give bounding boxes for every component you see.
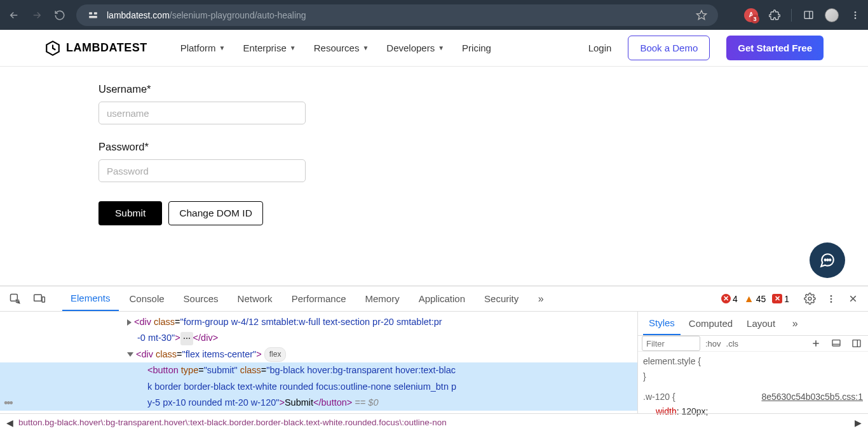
browser-toolbar: lambdatest.com/selenium-playground/auto-… <box>0 0 868 30</box>
profile-avatar[interactable] <box>825 8 839 22</box>
svg-point-14 <box>808 297 811 300</box>
styles-panel: Styles Computed Layout » :hov .cls eleme… <box>637 312 868 413</box>
tab-security[interactable]: Security <box>476 287 527 310</box>
svg-rect-1 <box>93 12 97 15</box>
chevron-down-icon: ▼ <box>438 44 444 51</box>
svg-point-15 <box>831 295 832 297</box>
password-group: Password* <box>98 141 770 182</box>
address-bar[interactable]: lambdatest.com/selenium-playground/auto-… <box>76 4 718 26</box>
computed-sidebar-icon[interactable] <box>829 336 844 351</box>
toggle-sidebar-icon[interactable] <box>849 336 864 351</box>
svg-point-7 <box>855 17 857 19</box>
close-devtools-icon[interactable] <box>845 291 860 307</box>
change-dom-id-button[interactable]: Change DOM ID <box>168 201 263 225</box>
svg-point-16 <box>831 298 832 300</box>
tab-elements[interactable]: Elements <box>62 286 119 311</box>
elements-tree[interactable]: ••• <div class="form-group w-4/12 smtabl… <box>0 312 637 413</box>
bookmark-star-icon[interactable] <box>694 8 709 23</box>
ellipsis-icon: ••• <box>4 397 12 410</box>
hov-toggle[interactable]: :hov <box>705 339 721 348</box>
main-content: Username* Password* Submit Change DOM ID <box>0 67 868 286</box>
ellipsis-icon[interactable]: ⋯ <box>180 332 193 345</box>
svg-point-6 <box>855 14 857 16</box>
scroll-right-icon[interactable]: ▶ <box>855 418 862 428</box>
filter-input[interactable] <box>642 336 700 351</box>
svg-point-5 <box>855 11 857 13</box>
device-icon[interactable] <box>32 291 47 307</box>
username-group: Username* <box>98 83 770 124</box>
settings-icon[interactable] <box>802 291 817 307</box>
book-demo-button[interactable]: Book a Demo <box>628 36 710 60</box>
forward-button[interactable] <box>28 6 46 24</box>
scroll-left-icon[interactable]: ◀ <box>6 418 13 428</box>
username-input[interactable] <box>98 102 306 124</box>
more-side-tabs-icon[interactable]: » <box>787 316 803 331</box>
nav-enterprise[interactable]: Enterprise▼ <box>243 43 295 53</box>
get-started-button[interactable]: Get Started Free <box>726 36 824 60</box>
login-link[interactable]: Login <box>588 43 612 53</box>
more-icon[interactable] <box>824 291 839 307</box>
chevron-down-icon: ▼ <box>219 44 226 51</box>
svg-point-9 <box>827 259 828 260</box>
panel-icon[interactable] <box>801 8 816 23</box>
issue-count[interactable]: ✕1 <box>772 294 789 304</box>
tab-layout[interactable]: Layout <box>741 312 781 335</box>
new-rule-icon[interactable] <box>808 336 824 351</box>
warning-count[interactable]: ▲45 <box>744 293 766 305</box>
extension-badge[interactable]: A3 <box>744 8 758 22</box>
chat-widget[interactable] <box>810 242 845 278</box>
more-tabs-icon[interactable]: » <box>533 291 548 307</box>
svg-rect-2 <box>89 16 97 18</box>
nav-platform[interactable]: Platform▼ <box>180 43 226 53</box>
site-info-icon[interactable] <box>85 8 100 23</box>
password-input[interactable] <box>98 159 306 182</box>
tab-network[interactable]: Network <box>229 287 281 310</box>
svg-rect-20 <box>853 340 860 347</box>
nav-pricing[interactable]: Pricing <box>462 43 491 53</box>
password-label: Password* <box>98 141 770 153</box>
devtools-tabs: Elements Console Sources Network Perform… <box>0 286 868 312</box>
svg-rect-18 <box>832 340 840 346</box>
reload-button[interactable] <box>51 6 69 24</box>
lambdatest-logo[interactable]: LAMBDATEST <box>44 40 147 56</box>
tab-performance[interactable]: Performance <box>283 287 355 310</box>
back-button[interactable] <box>5 6 23 24</box>
inspect-icon[interactable] <box>8 291 23 307</box>
site-header: LAMBDATEST Platform▼ Enterprise▼ Resourc… <box>0 30 868 67</box>
svg-rect-0 <box>89 12 92 15</box>
menu-icon[interactable] <box>848 8 863 23</box>
tab-application[interactable]: Application <box>410 287 473 310</box>
tab-sources[interactable]: Sources <box>175 287 227 310</box>
tab-console[interactable]: Console <box>121 287 173 310</box>
nav-resources[interactable]: Resources▼ <box>314 43 369 53</box>
svg-point-10 <box>829 259 831 260</box>
elements-breadcrumb[interactable]: ◀ button.bg-black.hover\:bg-transparent.… <box>0 413 868 431</box>
svg-rect-13 <box>42 296 44 302</box>
svg-rect-3 <box>804 11 813 18</box>
svg-point-8 <box>825 259 826 260</box>
separator <box>791 9 792 22</box>
extensions-icon[interactable] <box>767 8 782 23</box>
error-count[interactable]: ✕4 <box>721 294 738 304</box>
chevron-down-icon: ▼ <box>290 44 296 51</box>
tab-styles[interactable]: Styles <box>643 312 681 335</box>
svg-rect-12 <box>34 295 42 301</box>
cls-toggle[interactable]: .cls <box>726 339 739 348</box>
style-rules[interactable]: element.style { } .w-120 {8e5630c54b03c5… <box>638 352 868 422</box>
chevron-down-icon: ▼ <box>362 44 369 51</box>
username-label: Username* <box>98 83 770 95</box>
url-text: lambdatest.com/selenium-playground/auto-… <box>107 10 306 20</box>
tab-computed[interactable]: Computed <box>683 312 738 335</box>
nav-developers[interactable]: Developers▼ <box>386 43 444 53</box>
submit-button[interactable]: Submit <box>98 201 162 225</box>
devtools-panel: Elements Console Sources Network Perform… <box>0 286 868 431</box>
svg-point-17 <box>831 301 832 303</box>
flex-badge[interactable]: flex <box>264 347 287 362</box>
tab-memory[interactable]: Memory <box>357 287 408 310</box>
